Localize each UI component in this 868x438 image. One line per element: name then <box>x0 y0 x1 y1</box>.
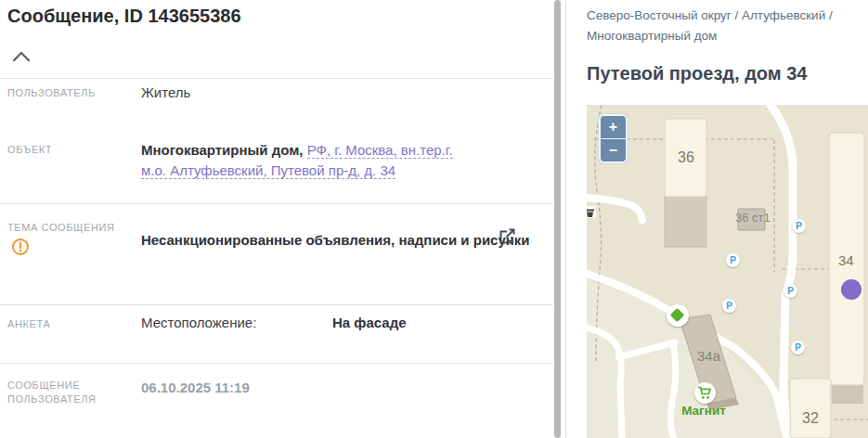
message-title: Сообщение, ID 143655386 <box>7 6 241 27</box>
message-field-label: СООБЩЕНИЕ ПОЛЬЗОВАТЕЛЯ <box>7 379 117 406</box>
message-panel: Сообщение, ID 143655386 ПОЛЬЗОВАТЕЛЬ Жит… <box>0 0 554 438</box>
building-label-32: 32 <box>802 410 819 427</box>
map-canvas <box>587 105 868 438</box>
form-field-label: АНКЕТА <box>7 318 50 329</box>
poi-diamond-marker[interactable] <box>667 304 689 327</box>
breadcrumb[interactable]: Северо-Восточный округ / Алтуфьевский / … <box>587 6 850 46</box>
theme-field-label: ТЕМА СООБЩЕНИЯ <box>7 222 115 233</box>
chevron-up-icon <box>9 49 33 66</box>
map-zoom-control: + − <box>599 114 628 163</box>
external-link-icon <box>498 226 517 246</box>
address-title: Путевой проезд, дом 34 <box>587 63 807 84</box>
divider <box>0 363 554 364</box>
store-marker[interactable] <box>694 382 716 404</box>
warning-icon <box>11 238 30 256</box>
parking-icon: P <box>791 341 805 354</box>
external-link-button[interactable] <box>498 226 517 246</box>
scrollbar-thumb[interactable] <box>554 0 561 438</box>
shopping-cart-icon <box>697 386 713 401</box>
user-field-label: ПОЛЬЗОВАТЕЛЬ <box>7 87 96 98</box>
building-label-36st1: 36 ст1 <box>735 211 771 225</box>
object-field-label: ОБЪЕКТ <box>7 144 52 155</box>
parking-icon: P <box>792 219 806 233</box>
form-question-value: На фасаде <box>332 315 407 330</box>
complaint-location-marker[interactable] <box>841 279 862 300</box>
object-type-text: Многоквартирный дом, <box>141 142 304 158</box>
diamond-icon <box>670 308 685 323</box>
scrollbar[interactable] <box>553 0 565 438</box>
divider <box>0 304 554 305</box>
building-label-34a: 34а <box>697 348 720 364</box>
divider <box>0 78 554 79</box>
divider <box>0 203 554 204</box>
object-field-value: Многоквартирный дом, РФ, г. Москва, вн.т… <box>141 140 464 181</box>
object-panel: Северо-Восточный округ / Алтуфьевский / … <box>566 0 868 438</box>
zoom-out-button[interactable]: − <box>601 139 626 161</box>
user-field-value: Житель <box>141 84 190 100</box>
zoom-in-button[interactable]: + <box>601 116 626 138</box>
map[interactable]: 36 36 ст1 34 34а 32 + − P P P P P Магнит <box>587 105 868 438</box>
parking-icon: P <box>722 299 736 313</box>
parking-icon: P <box>726 253 740 267</box>
page: { "left_panel": { "title": "Сообщение, I… <box>0 0 868 438</box>
collapse-button[interactable] <box>9 49 33 66</box>
trash-container-icon <box>587 206 596 218</box>
form-question-name: Местоположение: <box>141 315 256 330</box>
store-label: Магнит <box>667 404 741 418</box>
message-date: 06.10.2025 11:19 <box>141 380 250 395</box>
building-label-34: 34 <box>838 252 854 268</box>
building-label-36: 36 <box>678 149 694 166</box>
theme-field-value: Несанкционированные объявления, надписи … <box>141 232 530 248</box>
parking-icon: P <box>784 284 797 298</box>
